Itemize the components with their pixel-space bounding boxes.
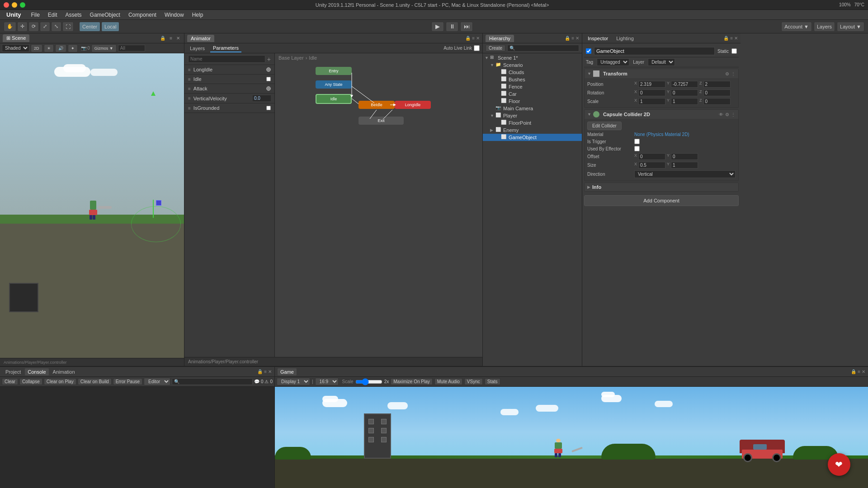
hier-car[interactable]: ⬜ Car [483, 90, 582, 98]
state-red-node[interactable]: LongIdle [395, 101, 431, 109]
capsule-collider-header[interactable]: ▼ Capsule Collider 2D 👁 ⚙ ⋮ [585, 110, 738, 119]
is-trigger-checkbox[interactable] [634, 139, 640, 144]
hier-fence[interactable]: ⬜ Fence [483, 83, 582, 90]
state-idle-node[interactable]: Idle [316, 94, 352, 104]
param-idle[interactable]: ≡ Idle [184, 75, 274, 84]
console-lock-icon[interactable]: 🔒 [257, 369, 263, 374]
param-add-icon[interactable]: + [267, 56, 271, 63]
tab-animator[interactable]: Animator [187, 35, 214, 42]
scene-viewport[interactable] [0, 53, 184, 358]
clear-on-build-btn[interactable]: Clear on Build [78, 378, 112, 385]
menu-file[interactable]: File [28, 11, 43, 19]
pos-z-field[interactable] [703, 81, 731, 88]
inspector-more-icon[interactable]: ≡ [730, 36, 733, 41]
info-header[interactable]: ▶ Info [585, 183, 738, 191]
menu-component[interactable]: Component [125, 11, 160, 19]
auto-live-link-checkbox[interactable] [474, 45, 480, 51]
pos-x-field[interactable] [638, 81, 665, 88]
close-btn[interactable] [4, 2, 9, 8]
collider-more-icon[interactable]: ⋮ [731, 112, 736, 117]
hierarchy-create-btn[interactable]: Create [486, 45, 505, 52]
collapse-btn[interactable]: Collapse [19, 378, 42, 385]
pause-button[interactable]: ⏸ [446, 22, 458, 32]
menu-assets[interactable]: Assets [62, 11, 85, 19]
hierarchy-close-icon[interactable]: ✕ [576, 36, 579, 41]
game-lock-icon[interactable]: 🔒 [851, 369, 856, 374]
scale-z-field[interactable] [703, 98, 731, 105]
stats-btn[interactable]: Stats [485, 378, 500, 385]
unity-logo[interactable]: Unity [3, 10, 25, 19]
scene-close-icon[interactable]: ✕ [175, 35, 181, 41]
param-idle-bool[interactable] [266, 77, 271, 81]
animator-more-icon[interactable]: ≡ [472, 36, 475, 41]
scale-y-field[interactable] [671, 98, 698, 105]
param-attack[interactable]: ≡ Attack [184, 84, 274, 94]
transform-more-icon[interactable]: ⋮ [731, 71, 736, 76]
state-orange-node[interactable]: BeIdle [359, 101, 395, 109]
hierarchy-more-icon[interactable]: ≡ [571, 36, 574, 41]
rot-y-field[interactable] [671, 89, 698, 96]
tag-dropdown[interactable]: Untagged [597, 58, 629, 66]
2d-toggle[interactable]: 2D [31, 44, 42, 52]
param-longidle[interactable]: ≡ LongIdle [184, 65, 274, 75]
layout-btn[interactable]: Layout ▼ [837, 22, 864, 32]
clear-btn[interactable]: Clear [2, 378, 18, 385]
gameobj-active-checkbox[interactable] [586, 48, 591, 54]
scene-search[interactable] [118, 45, 145, 52]
hier-main-camera[interactable]: 📷 Main Camera [483, 105, 582, 112]
scene-fx-toggle[interactable]: ✦ [68, 44, 78, 52]
collider-settings-icon[interactable]: ⚙ [725, 112, 729, 117]
hier-gameobject[interactable]: ⬜ GameObject [483, 134, 582, 141]
menu-gameobject[interactable]: GameObject [86, 11, 124, 19]
hierarchy-lock-icon[interactable]: 🔒 [565, 36, 570, 41]
scene-lock-icon[interactable]: 🔒 [159, 35, 167, 41]
transform-settings-icon[interactable]: ⚙ [725, 71, 729, 76]
offset-x-field[interactable] [638, 153, 665, 160]
tab-lighting[interactable]: Lighting [613, 35, 637, 42]
error-pause-btn[interactable]: Error Pause [113, 378, 142, 385]
move-tool[interactable]: ✛ [17, 22, 28, 32]
pivot-center-btn[interactable]: Center [79, 22, 100, 32]
game-close-icon[interactable]: ✕ [862, 369, 865, 374]
display-dropdown[interactable]: Display 1 [277, 378, 310, 385]
collider-visibility-icon[interactable]: 👁 [719, 112, 723, 117]
scene-more-icon[interactable]: ≡ [168, 35, 174, 41]
console-more-icon[interactable]: ≡ [264, 369, 267, 374]
edit-collider-btn[interactable]: Edit Collider [587, 122, 622, 130]
state-anystate-node[interactable]: Any State [316, 80, 352, 89]
add-component-btn[interactable]: Add Component [584, 195, 739, 206]
direction-dropdown[interactable]: Vertical Horizontal [634, 170, 736, 178]
mute-audio-btn[interactable]: Mute Audio [434, 378, 462, 385]
maximize-btn[interactable] [20, 2, 25, 8]
rotate-tool[interactable]: ⟳ [28, 22, 39, 32]
static-checkbox[interactable] [731, 48, 737, 54]
param-isgrounded-bool[interactable] [266, 106, 271, 110]
clear-on-play-btn[interactable]: Clear on Play [44, 378, 76, 385]
hier-floor[interactable]: ⬜ Floor [483, 98, 582, 105]
animator-tab-params[interactable]: Parameters [210, 44, 241, 52]
maximize-on-play-btn[interactable]: Maximize On Play [391, 378, 433, 385]
game-viewport[interactable]: ❤ [275, 387, 868, 488]
used-by-effector-checkbox[interactable] [634, 146, 640, 151]
state-entry-node[interactable]: Entry [316, 67, 352, 75]
inspector-close-icon[interactable]: ✕ [734, 36, 738, 41]
editor-dropdown[interactable]: Editor [144, 378, 170, 385]
shading-dropdown[interactable]: Shaded [2, 44, 29, 52]
tab-console[interactable]: Console [25, 368, 48, 375]
menu-help[interactable]: Help [189, 11, 207, 19]
hier-player[interactable]: ▼ ⬜ Player [483, 112, 582, 119]
scene-audio-toggle[interactable]: 🔊 [55, 44, 66, 52]
tab-scene[interactable]: ⊞ Scene [3, 34, 29, 42]
size-x-field[interactable] [638, 162, 665, 169]
param-vertvel-value[interactable] [253, 95, 271, 101]
console-close-icon[interactable]: ✕ [268, 369, 272, 374]
pos-y-field[interactable] [671, 81, 698, 88]
gizmos-btn[interactable]: Gizmos ▼ [91, 44, 117, 52]
layer-dropdown[interactable]: Default [648, 58, 675, 66]
step-button[interactable]: ⏭ [460, 22, 473, 32]
hier-enemy[interactable]: ▶ ⬜ Enemy [483, 127, 582, 134]
pivot-local-btn[interactable]: Local [101, 22, 119, 32]
hierarchy-search[interactable] [507, 45, 579, 52]
tab-animation[interactable]: Animation [50, 368, 78, 375]
hier-scene1[interactable]: ▼ ⊞ Scene 1* [483, 54, 582, 61]
